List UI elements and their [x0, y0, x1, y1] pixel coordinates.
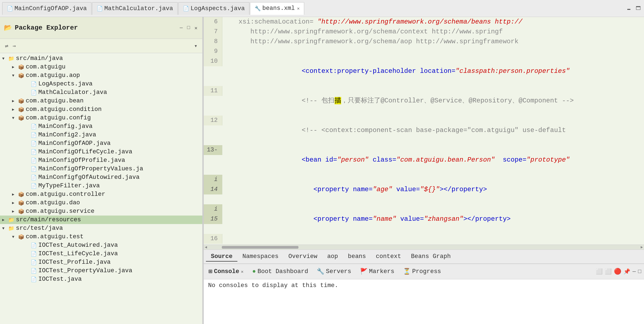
java-file-icon: 📄 — [97, 5, 103, 12]
java-file-icon: 📄 — [31, 242, 37, 248]
sidebar-title-text: Package Explorer — [15, 24, 78, 31]
tree-item-IOCTest_PropertyValue[interactable]: 📄 IOCTest_PropertyValue.java — [0, 266, 202, 275]
tab-source[interactable]: Source — [206, 252, 237, 262]
tab-beans-graph[interactable]: Beans Graph — [406, 252, 456, 262]
line-content[interactable]: <bean id="person" class="com.atguigu.bea… — [222, 145, 644, 175]
tree-item-com-atguigu-controller[interactable]: ▶ 📦 com.atguigu.controller — [0, 190, 202, 199]
console-panel: ⊞ Console ✕ ● Boot Dashboard 🔧 Servers 🚩 — [204, 264, 644, 324]
tree-item-IOCTest_LifeCycle[interactable]: 📄 IOCTest_LifeCycle.java — [0, 250, 202, 258]
expand-arrow: ▶ — [2, 217, 8, 222]
code-editor[interactable]: 6 xsi:schemaLocation= "http://www.spring… — [204, 17, 644, 245]
tree-item-com-atguigu-config[interactable]: ▼ 📦 com.atguigu.config — [0, 114, 202, 122]
java-file-icon: 📄 — [31, 268, 37, 274]
collapse-all-button[interactable]: ⇌ — [4, 42, 9, 50]
tree-item-MainConfigOfPropertyValues[interactable]: 📄 MainConfigOfPropertyValues.ja — [0, 165, 202, 173]
tree-item-label: IOCTest_PropertyValue.java — [38, 267, 132, 274]
tree-item-com-atguigu-service[interactable]: ▶ 📦 com.atguigu.service — [0, 207, 202, 216]
tab-label: Servers — [326, 268, 351, 275]
tree-item-label: com.atguigu.aop — [26, 72, 80, 79]
line-content[interactable]: </bean> — [222, 234, 644, 245]
tab-beans[interactable]: beans — [343, 252, 371, 262]
tab-aop[interactable]: aop — [322, 252, 343, 262]
console-tab-close-button[interactable]: ✕ — [241, 269, 244, 274]
code-line-9: 9 — [204, 47, 644, 56]
minimize-button[interactable]: 🗕 — [625, 5, 633, 12]
tree-item-src-main-java[interactable]: ▼ 📁 src/main/java — [0, 54, 202, 63]
line-content[interactable]: <!-- 包扫描，只要标注了@Controller、@Service、@Repo… — [222, 86, 644, 116]
console-tab-markers[interactable]: 🚩 Markers — [358, 267, 396, 276]
line-number: 8 — [204, 37, 222, 47]
expand-arrow: ▼ — [2, 56, 8, 61]
tree-item-MainConfigOfProfile[interactable]: 📄 MainConfigOfProfile.java — [0, 156, 202, 165]
tree-item-com-atguigu-bean[interactable]: ▶ 📦 com.atguigu.bean — [0, 97, 202, 105]
maximize-button[interactable]: 🗖 — [635, 5, 642, 12]
layout-button[interactable]: ⬜ — [605, 268, 612, 275]
tree-item-MainConfigfgOfAutowired[interactable]: 📄 MainConfigfgOfAutowired.java — [0, 173, 202, 182]
console-tab-servers[interactable]: 🔧 Servers — [315, 267, 353, 276]
tree-item-com-atguigu-dao[interactable]: ▶ 📦 com.atguigu.dao — [0, 199, 202, 207]
tab-MathCalculator[interactable]: 📄 MathCalculator.java — [92, 2, 178, 15]
line-number: 11 — [204, 86, 222, 96]
java-file-icon: 📄 — [31, 81, 37, 87]
tree-item-MainConfig2[interactable]: 📄 MainConfig2.java — [0, 131, 202, 139]
tree-item-MathCalculator[interactable]: 📄 MathCalculator.java — [0, 88, 202, 97]
console-tab-boot-dashboard[interactable]: ● Boot Dashboard — [250, 267, 310, 276]
code-line-12: 12 <!-- <context:component-scan base-pac… — [204, 116, 644, 145]
console-tab-console[interactable]: ⊞ Console ✕ — [206, 267, 246, 276]
sidebar-minimize-button[interactable]: — — [179, 24, 184, 31]
line-content[interactable]: <property name="age" value="${}"></prope… — [222, 175, 644, 204]
tab-context[interactable]: context — [371, 252, 406, 262]
tab-MainConfigOfAOP[interactable]: 📄 MainConfigOfAOP.java — [2, 2, 91, 15]
tree-item-com-atguigu-aop[interactable]: ▼ 📦 com.atguigu.aop — [0, 71, 202, 80]
tab-close-button[interactable]: ✕ — [297, 6, 300, 11]
tab-label: MathCalculator.java — [104, 5, 173, 12]
tree-item-label: MainConfigOfPropertyValues.ja — [38, 165, 143, 172]
link-with-editor-button[interactable]: ⇒ — [12, 42, 17, 50]
tree-item-src-test-java[interactable]: ▼ 📁 src/test/java — [0, 224, 202, 233]
line-number: 16 — [204, 234, 222, 244]
tree-item-com-atguigu-condition[interactable]: ▶ 📦 com.atguigu.condition — [0, 105, 202, 114]
sidebar-close-button[interactable]: ✕ — [193, 24, 199, 31]
h-scrollbar-thumb[interactable] — [222, 246, 298, 249]
tree-item-IOCTest_Profile[interactable]: 📄 IOCTest_Profile.java — [0, 258, 202, 266]
tab-LogAspects[interactable]: 📄 LogAspects.java — [178, 2, 249, 15]
tree-item-label: com.atguigu.condition — [26, 106, 102, 113]
console-tab-progress[interactable]: ⏳ Progress — [401, 267, 443, 276]
tree-item-MainConfig[interactable]: 📄 MainConfig.java — [0, 122, 202, 131]
scroll-right-button[interactable]: ► — [641, 245, 643, 250]
package-explorer-icon: 📂 — [4, 24, 12, 32]
scroll-left-button[interactable]: ◄ — [205, 245, 207, 250]
line-content[interactable]: http://www.springframework.org/schema/ao… — [222, 37, 644, 47]
pin-button[interactable]: 📌 — [623, 268, 630, 275]
tree-item-MainConfigOfLifeCycle[interactable]: 📄 MainConfigOfLifeCycle.java — [0, 148, 202, 156]
minimize-console-button[interactable]: — — [633, 268, 636, 275]
line-content[interactable]: <property name="name" value="zhangsan"><… — [222, 204, 644, 234]
tab-label: beans.xml — [262, 5, 295, 12]
tree-item-com-atguigu[interactable]: ▶ 📦 com.atguigu — [0, 63, 202, 71]
line-content[interactable]: http://www.springframework.org/schema/co… — [222, 27, 644, 37]
tree-item-src-main-resources[interactable]: ▶ 📁 src/main/resources — [0, 216, 202, 224]
line-content[interactable]: xsi:schemaLocation= "http://www.springfr… — [222, 17, 644, 27]
tree-item-LogAspects[interactable]: 📄 LogAspects.java — [0, 80, 202, 88]
expand-arrow: ▶ — [12, 107, 18, 112]
tab-namespaces[interactable]: Namespaces — [237, 252, 283, 262]
tree-item-com-atguigu-test[interactable]: ▼ 📦 com.atguigu.test — [0, 233, 202, 241]
tree-item-IOCTest[interactable]: 📄 IOCTest.java — [0, 275, 202, 283]
line-content[interactable]: <context:property-placeholder location="… — [222, 56, 644, 86]
console-toolbar-right: ⬜ ⬜ 🔴 📌 — □ — [596, 268, 641, 275]
view-menu-button[interactable]: ▾ — [193, 42, 199, 50]
line-content[interactable]: <!-- <context:component-scan base-packag… — [222, 116, 644, 145]
tree-item-label: MainConfigfgOfAutowired.java — [38, 174, 140, 181]
tab-overview[interactable]: Overview — [283, 252, 322, 262]
no-console-message: No consoles to display at this time. — [208, 282, 338, 289]
maximize-console-button[interactable]: □ — [638, 268, 641, 275]
code-line-14: i 14 <property name="age" value="${}"></… — [204, 175, 644, 204]
tree-item-MyTypeFilter[interactable]: 📄 MyTypeFilter.java — [0, 182, 202, 190]
horizontal-scrollbar[interactable]: ◄ ► — [204, 245, 644, 250]
tree-item-MainConfigOfAOP[interactable]: 📄 MainConfigOfAOP.java — [0, 139, 202, 148]
open-console-button[interactable]: ⬜ — [596, 268, 603, 275]
progress-icon: ⏳ — [403, 268, 410, 275]
sidebar-maximize-button[interactable]: □ — [186, 24, 191, 31]
tab-beans-xml[interactable]: 🔧 beans.xml ✕ — [250, 2, 304, 15]
tree-item-IOCTest_Autowired[interactable]: 📄 IOCTest_Autowired.java — [0, 241, 202, 250]
